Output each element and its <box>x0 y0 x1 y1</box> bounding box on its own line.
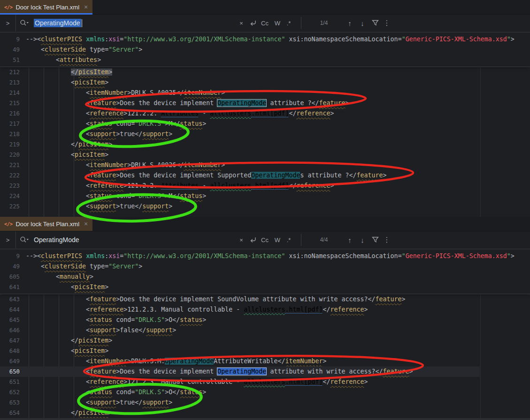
line-number[interactable]: 649 <box>0 356 26 367</box>
code-line[interactable]: 647 </picsItem> <box>0 336 530 346</box>
line-number[interactable]: 221 <box>0 160 26 170</box>
line-number[interactable]: 223 <box>0 181 26 191</box>
line-number[interactable]: 213 <box>0 77 26 88</box>
code-line[interactable]: 643 <feature>Does the device implement S… <box>0 294 530 305</box>
code-line[interactable]: 217 <status cond="DRLK.S">M</status> <box>0 119 530 129</box>
line-number[interactable]: 220 <box>0 150 26 160</box>
code-line[interactable]: 644 <reference>121.2.3. Manual controlla… <box>0 305 530 315</box>
line-number[interactable]: 650 <box>0 367 26 377</box>
line-number[interactable]: 645 <box>0 315 26 325</box>
search-expand-icon[interactable]: > <box>0 231 16 248</box>
code-line[interactable]: 650 <feature>Does the device implement O… <box>0 367 530 377</box>
code-line[interactable]: 9--><clusterPICS xmlns:xsi="http://www.w… <box>0 34 530 45</box>
code-segment: < <box>26 120 90 127</box>
words-toggle[interactable]: W <box>272 15 283 31</box>
code-line[interactable]: 225 <support>true</support> <box>0 201 530 212</box>
clear-search-icon[interactable]: × <box>236 15 246 31</box>
match-case-toggle[interactable]: Cc <box>260 231 270 248</box>
code-line[interactable]: 646 <support>false</support> <box>0 325 530 336</box>
code-line[interactable]: 645 <status cond="DRLK.S">O</status> <box>0 315 530 325</box>
line-number[interactable]: 648 <box>0 346 26 356</box>
code-line[interactable]: 651 <reference>121.2.3. Manual controlla… <box>0 377 530 387</box>
search-input[interactable]: OperatingMode <box>34 231 212 248</box>
tab-close-icon[interactable]: × <box>84 221 88 227</box>
line-number[interactable]: 9 <box>0 34 26 45</box>
code-line[interactable]: 221 <itemNumber>DRLK.S.A0026</itemNumber… <box>0 160 530 170</box>
code-line[interactable]: 49 <clusterSide type="Server"> <box>0 45 530 55</box>
code-line[interactable]: 605 <manually> <box>0 272 530 282</box>
code-line[interactable]: 216 <reference>121.2.2. Attributes - all… <box>0 108 530 119</box>
code-line[interactable]: 215 <feature>Does the device implement O… <box>0 98 530 108</box>
clear-search-icon[interactable]: × <box>236 231 246 248</box>
code-line[interactable]: 212 </picsItem> <box>0 67 530 77</box>
code-line[interactable]: 654 </picsItem> <box>0 408 530 418</box>
line-number[interactable]: 652 <box>0 387 26 397</box>
code-line[interactable]: 219 </picsItem> <box>0 139 530 150</box>
search-icon[interactable] <box>20 19 29 27</box>
line-number[interactable]: 212 <box>0 67 26 77</box>
code-line[interactable]: 652 <status cond="DRLK.S">O</status> <box>0 387 530 397</box>
code-segment: > <box>172 327 176 334</box>
match-case-toggle[interactable]: Cc <box>260 15 270 31</box>
filter-icon[interactable] <box>370 15 380 31</box>
code-line[interactable]: 218 <support>true</support> <box>0 129 530 139</box>
filter-icon[interactable] <box>370 231 380 248</box>
regex-toggle[interactable]: .* <box>284 15 294 31</box>
code-line[interactable]: 224 <status cond="DRLK.S">M</status> <box>0 191 530 201</box>
code-segment: > <box>169 130 172 137</box>
code-line[interactable]: 220 <picsItem> <box>0 150 530 160</box>
line-number[interactable]: 653 <box>0 397 26 408</box>
line-number[interactable]: 9 <box>0 251 26 261</box>
code-line[interactable]: 223 <reference>121.2.2. Attributes - all… <box>0 181 530 191</box>
more-options-icon[interactable]: ⋮ <box>382 15 392 31</box>
line-number[interactable]: 49 <box>0 45 26 55</box>
line-number[interactable]: 218 <box>0 129 26 139</box>
line-number[interactable]: 644 <box>0 305 26 315</box>
line-number[interactable]: 641 <box>0 282 26 292</box>
code-line[interactable]: 653 <support>true</support> <box>0 397 530 408</box>
search-input[interactable]: OperatingMode <box>34 15 212 31</box>
line-number[interactable]: 643 <box>0 294 26 305</box>
code-line[interactable]: 213 <picsItem> <box>0 77 530 88</box>
code-segment: < <box>26 192 90 199</box>
line-number[interactable]: 217 <box>0 119 26 129</box>
code-line[interactable]: 649 <itemNumber>DRLK.S.M.OperatingModeAt… <box>0 356 530 367</box>
words-toggle[interactable]: W <box>272 231 283 248</box>
code-line[interactable]: 641 <picsItem> <box>0 282 530 292</box>
next-match-icon[interactable]: ↓ <box>357 231 368 248</box>
search-expand-icon[interactable]: > <box>0 15 16 31</box>
line-number[interactable]: 51 <box>0 55 26 65</box>
prev-match-icon[interactable]: ↑ <box>345 15 355 31</box>
code-line[interactable]: 222 <feature>Does the device implement S… <box>0 170 530 181</box>
newline-icon[interactable] <box>248 231 258 248</box>
line-number[interactable]: 215 <box>0 98 26 108</box>
line-number[interactable]: 216 <box>0 108 26 119</box>
tab-close-icon[interactable]: × <box>84 4 88 10</box>
editor-tab[interactable]: </> Door lock Test Plan.xml × <box>0 217 92 231</box>
line-number[interactable]: 651 <box>0 377 26 387</box>
line-number[interactable]: 654 <box>0 408 26 418</box>
line-number[interactable]: 605 <box>0 272 26 282</box>
line-number[interactable]: 225 <box>0 201 26 212</box>
line-number[interactable]: 224 <box>0 191 26 201</box>
line-number[interactable]: 49 <box>0 261 26 272</box>
code-line[interactable]: 214 <itemNumber>DRLK.S.A0025</itemNumber… <box>0 88 530 98</box>
prev-match-icon[interactable]: ↑ <box>345 231 355 248</box>
newline-icon[interactable] <box>248 15 258 31</box>
line-number[interactable]: 219 <box>0 139 26 150</box>
code-line[interactable]: 51 <attributes> <box>0 55 530 65</box>
editor-tab[interactable]: </> Door lock Test Plan.xml × <box>0 0 92 14</box>
code-line[interactable]: 648 <picsItem> <box>0 346 530 356</box>
code-line[interactable]: 9--><clusterPICS xmlns:xsi="http://www.w… <box>0 251 530 261</box>
line-number[interactable]: 214 <box>0 88 26 98</box>
code-segment: < <box>26 99 90 107</box>
more-options-icon[interactable]: ⋮ <box>382 231 392 248</box>
line-number[interactable]: 646 <box>0 325 26 336</box>
search-icon[interactable] <box>20 236 29 244</box>
regex-toggle[interactable]: .* <box>284 231 294 248</box>
next-match-icon[interactable]: ↓ <box>357 15 368 31</box>
line-number[interactable]: 647 <box>0 336 26 346</box>
line-number[interactable]: 222 <box>0 170 26 181</box>
code-line[interactable]: 49 <clusterSide type="Server"> <box>0 261 530 272</box>
code-segment: OperatingMode <box>217 368 266 375</box>
